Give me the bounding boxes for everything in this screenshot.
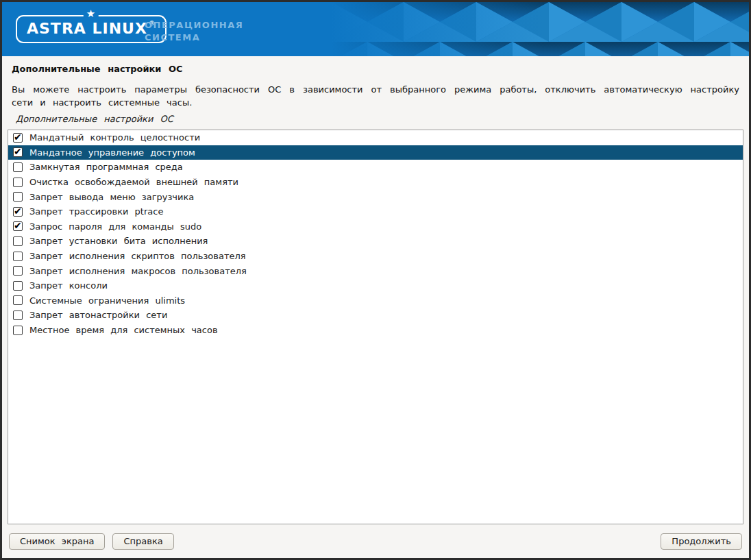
- option-row[interactable]: Мандатное управление доступом: [8, 145, 743, 160]
- option-label: Очистка освобождаемой внешней памяти: [29, 177, 238, 187]
- option-row[interactable]: Запрет трассировки ptrace: [8, 204, 743, 219]
- option-row[interactable]: Запрет исполнения макросов пользователя: [8, 263, 743, 278]
- option-label: Замкнутая программная среда: [29, 162, 183, 172]
- screenshot-button[interactable]: Снимок экрана: [9, 533, 105, 550]
- logo-text: ASTRA LINUX: [27, 20, 147, 37]
- option-label: Запрет вывода меню загрузчика: [29, 192, 194, 202]
- option-label: Мандатное управление доступом: [29, 147, 195, 158]
- checkbox-icon[interactable]: [13, 207, 23, 217]
- option-row[interactable]: Запрос пароля для команды sudo: [8, 219, 743, 234]
- option-row[interactable]: Системные ограничения ulimits: [8, 293, 743, 308]
- option-row[interactable]: Запрет автонастройки сети: [8, 308, 743, 323]
- checkbox-icon[interactable]: [13, 295, 23, 305]
- option-label: Запрет трассировки ptrace: [29, 206, 163, 217]
- astra-linux-logo: ★ ASTRA LINUX®: [16, 15, 167, 43]
- checkbox-icon[interactable]: [13, 311, 23, 320]
- help-button[interactable]: Справка: [112, 533, 173, 550]
- checkbox-icon[interactable]: [13, 133, 23, 143]
- installer-window: ★ ASTRA LINUX® ОПЕРАЦИОННАЯ СИСТЕМА Допо…: [0, 0, 751, 560]
- header-facet-pattern: [331, 2, 749, 56]
- option-row[interactable]: Местное время для системных часов: [8, 323, 743, 338]
- page-title: Дополнительные настройки ОС: [12, 64, 739, 74]
- option-label: Системные ограничения ulimits: [29, 295, 185, 306]
- option-label: Местное время для системных часов: [29, 325, 218, 335]
- option-label: Запрос пароля для команды sudo: [29, 221, 201, 232]
- checkbox-icon[interactable]: [13, 178, 23, 187]
- option-row[interactable]: Замкнутая программная среда: [8, 160, 743, 175]
- options-listbox[interactable]: Мандатный контроль целостности Мандатное…: [8, 130, 743, 524]
- star-icon: ★: [84, 9, 99, 19]
- options-list-caption: Дополнительные настройки ОС: [16, 114, 739, 124]
- main-content: Дополнительные настройки ОС Вы можете на…: [2, 56, 749, 524]
- option-row[interactable]: Запрет исполнения скриптов пользователя: [8, 249, 743, 264]
- subtitle-line2: СИСТЕМА: [145, 32, 243, 44]
- option-row[interactable]: Запрет установки бита исполнения: [8, 234, 743, 249]
- option-row[interactable]: Мандатный контроль целостности: [8, 130, 743, 145]
- header-banner: ★ ASTRA LINUX® ОПЕРАЦИОННАЯ СИСТЕМА: [2, 2, 749, 56]
- option-label: Мандатный контроль целостности: [29, 132, 200, 143]
- checkbox-icon[interactable]: [13, 266, 23, 276]
- checkbox-icon[interactable]: [13, 192, 23, 202]
- option-row[interactable]: Запрет вывода меню загрузчика: [8, 189, 743, 204]
- checkbox-icon[interactable]: [13, 162, 23, 172]
- checkbox-icon[interactable]: [13, 252, 23, 261]
- option-row[interactable]: Запрет консоли: [8, 278, 743, 293]
- option-label: Запрет консоли: [29, 280, 108, 291]
- footer-bar: Снимок экрана Справка Продолжить: [2, 524, 749, 558]
- option-label: Запрет исполнения скриптов пользователя: [29, 251, 246, 261]
- option-label: Запрет исполнения макросов пользователя: [29, 266, 247, 276]
- checkbox-icon[interactable]: [13, 281, 23, 291]
- checkbox-icon[interactable]: [13, 236, 23, 246]
- continue-button[interactable]: Продолжить: [661, 533, 742, 550]
- option-label: Запрет автонастройки сети: [29, 310, 167, 320]
- page-description: Вы можете настроить параметры безопаснос…: [12, 83, 739, 109]
- option-label: Запрет установки бита исполнения: [29, 236, 208, 246]
- os-subtitle: ОПЕРАЦИОННАЯ СИСТЕМА: [145, 19, 243, 44]
- checkbox-icon[interactable]: [13, 326, 23, 335]
- subtitle-line1: ОПЕРАЦИОННАЯ: [145, 19, 243, 32]
- checkbox-icon[interactable]: [13, 221, 23, 231]
- checkbox-icon[interactable]: [13, 147, 23, 157]
- option-row[interactable]: Очистка освобождаемой внешней памяти: [8, 175, 743, 190]
